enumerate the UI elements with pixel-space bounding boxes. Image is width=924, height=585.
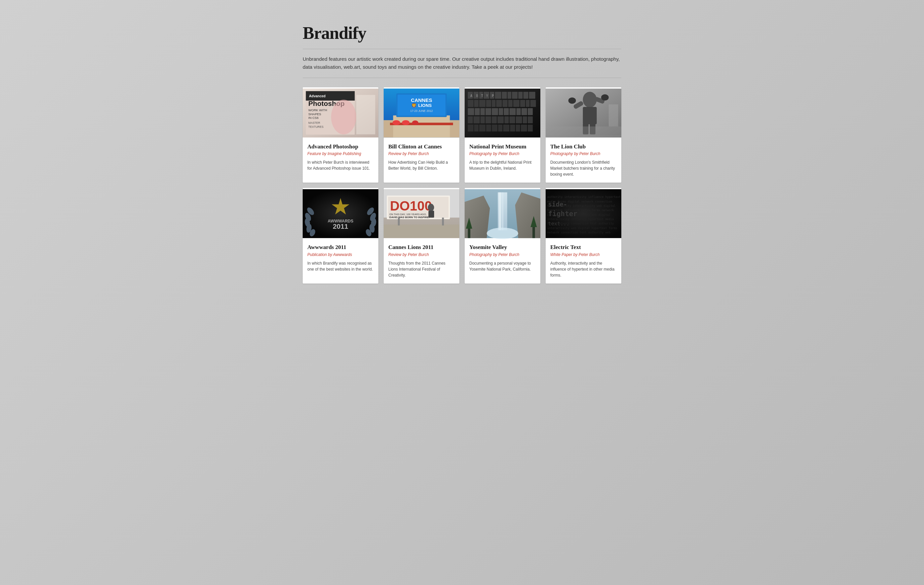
card-title-lion-club: The Lion Club [550, 144, 617, 150]
svg-rect-130 [499, 193, 502, 230]
svg-point-132 [487, 228, 518, 239]
svg-rect-62 [474, 116, 480, 123]
cards-row-2: AWWWARDS 2011 Awwwards 2011 Publication … [303, 188, 621, 283]
card-body-electric-text: Electric Text White Paper by Peter Burch… [546, 240, 621, 283]
svg-rect-99 [609, 104, 618, 127]
card-desc-bill-clinton: How Advertising Can Help Build a Better … [388, 159, 455, 171]
svg-point-23 [402, 120, 409, 125]
svg-rect-32 [502, 92, 507, 99]
svg-rect-34 [512, 92, 518, 99]
card-body-cannes-lions: Cannes Lions 2011 Review by Peter Burch … [384, 240, 459, 283]
svg-text:P: P [492, 94, 494, 98]
svg-rect-40 [479, 100, 485, 107]
svg-text:Y: Y [486, 94, 488, 98]
svg-rect-133 [468, 227, 470, 238]
svg-rect-41 [486, 100, 491, 107]
page-title: Brandify [303, 23, 621, 43]
card-title-awwwards: Awwwards 2011 [307, 244, 374, 251]
svg-rect-77 [498, 124, 503, 132]
cards-row-1: Advanced Photoshop WORK WITH SHAPES IN C… [303, 87, 621, 183]
svg-text:TEXTURES: TEXTURES [309, 125, 323, 129]
svg-rect-46 [513, 100, 520, 107]
svg-rect-65 [492, 116, 497, 123]
svg-text:A: A [470, 94, 473, 98]
card-image-yosemite [465, 188, 540, 240]
card-desc-lion-club: Documenting London's Smithfield Market b… [550, 159, 617, 177]
svg-point-22 [393, 120, 400, 125]
svg-rect-81 [521, 124, 527, 132]
card-desc-electric-text: Authority, interactivity and the influen… [550, 260, 617, 278]
card-image-electric-text: authority interactivity influence hypert… [546, 188, 621, 240]
card-advanced-photoshop[interactable]: Advanced Photoshop WORK WITH SHAPES IN C… [303, 87, 378, 183]
svg-rect-47 [520, 100, 525, 107]
card-title-advanced-photoshop: Advanced Photoshop [307, 144, 374, 150]
card-bill-clinton[interactable]: CANNES 🦁 LIONS 17-23 JUNE 2012 Bill Clin… [384, 87, 459, 183]
svg-rect-54 [492, 108, 498, 115]
svg-text:17-23 JUNE 2012: 17-23 JUNE 2012 [410, 109, 433, 112]
svg-rect-15 [393, 116, 450, 138]
svg-text:CANNES: CANNES [411, 97, 432, 103]
svg-rect-98 [546, 127, 621, 137]
svg-text:network connection text author: network connection text authority web [547, 231, 610, 234]
svg-text:2011: 2011 [333, 223, 348, 230]
svg-text:MASTER: MASTER [309, 121, 320, 124]
svg-rect-33 [507, 92, 511, 99]
svg-text:WORK WITH: WORK WITH [309, 108, 327, 112]
page-wrapper: Brandify Unbranded features our artistic… [296, 23, 628, 284]
svg-text:authority interactivity influe: authority interactivity influence hypert… [547, 195, 620, 199]
svg-rect-42 [492, 100, 495, 107]
svg-rect-43 [496, 100, 502, 107]
svg-rect-69 [516, 116, 522, 123]
svg-rect-82 [528, 124, 533, 132]
card-electric-text[interactable]: authority interactivity influence hypert… [546, 188, 621, 283]
svg-point-94 [601, 94, 609, 101]
card-national-print[interactable]: A B T Y P National Print Museum Photogra… [465, 87, 540, 183]
card-subtitle-yosemite: Photography by Peter Burch [469, 252, 536, 257]
card-body-awwwards: Awwwards 2011 Publication by Awwwards In… [303, 240, 378, 277]
card-yosemite[interactable]: Yosemite Valley Photography by Peter Bur… [465, 188, 540, 283]
svg-rect-72 [468, 124, 474, 132]
svg-rect-78 [503, 124, 510, 132]
card-title-yosemite: Yosemite Valley [469, 244, 536, 251]
card-image-cannes-lions: DO100 ON THIS DAY, 100 YEARS AGO, DAVID … [384, 188, 459, 240]
svg-rect-135 [532, 226, 535, 238]
card-desc-cannes-lions: Thoughts from the 2011 Cannes Lions Inte… [388, 260, 455, 278]
card-image-awwwards: AWWWARDS 2011 [303, 188, 378, 240]
svg-rect-131 [502, 193, 503, 230]
svg-rect-63 [480, 116, 485, 123]
svg-rect-73 [474, 124, 478, 132]
svg-marker-128 [515, 193, 540, 238]
svg-rect-90 [583, 107, 597, 124]
card-desc-national-print: A trip to the delightful National Print … [469, 159, 536, 171]
card-body-yosemite: Yosemite Valley Photography by Peter Bur… [465, 240, 540, 277]
svg-rect-51 [475, 108, 480, 115]
svg-rect-49 [530, 100, 536, 107]
svg-point-24 [412, 121, 419, 125]
svg-rect-61 [468, 116, 473, 123]
card-awwwards[interactable]: AWWWARDS 2011 Awwwards 2011 Publication … [303, 188, 378, 283]
svg-rect-66 [498, 116, 504, 123]
card-subtitle-lion-club: Photography by Peter Burch [550, 151, 617, 156]
svg-text:🦁 LIONS: 🦁 LIONS [411, 102, 431, 108]
card-desc-yosemite: Documenting a personal voyage to Yosemit… [469, 260, 536, 272]
card-subtitle-national-print: Photography by Peter Burch [469, 151, 536, 156]
card-lion-club[interactable]: The Lion Club Photography by Peter Burch… [546, 87, 621, 183]
card-desc-advanced-photoshop: In which Peter Burch is interviewed for … [307, 159, 374, 171]
svg-rect-79 [510, 124, 515, 132]
svg-text:IN CS6: IN CS6 [309, 116, 318, 119]
svg-rect-55 [499, 108, 503, 115]
card-image-national-print: A B T Y P [465, 87, 540, 139]
intro-paragraph: Unbranded features our artistic work cre… [303, 55, 621, 71]
svg-point-10 [331, 99, 356, 134]
svg-rect-64 [485, 116, 491, 123]
svg-rect-37 [529, 92, 535, 99]
svg-text:ON THIS DAY, 100 YEARS AGO,: ON THIS DAY, 100 YEARS AGO, [389, 213, 426, 216]
card-subtitle-cannes-lions: Review by Peter Burch [388, 252, 455, 257]
svg-rect-50 [468, 108, 474, 115]
title-divider [303, 49, 621, 49]
card-cannes-lions[interactable]: DO100 ON THIS DAY, 100 YEARS AGO, DAVID … [384, 188, 459, 283]
svg-text:side-: side- [548, 201, 567, 208]
svg-rect-60 [528, 108, 533, 115]
svg-rect-125 [442, 218, 444, 226]
svg-rect-71 [528, 116, 533, 123]
